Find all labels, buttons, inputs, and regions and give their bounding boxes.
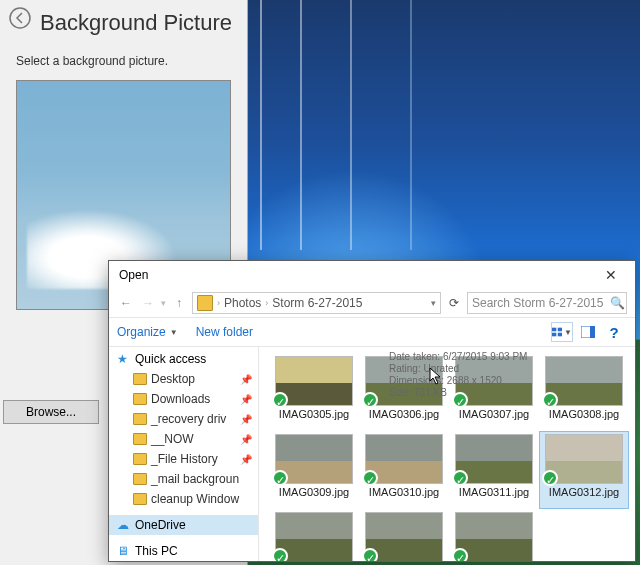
- tree-item[interactable]: _File History📌: [109, 449, 258, 469]
- nav-forward-icon: →: [139, 296, 157, 310]
- breadcrumb-seg[interactable]: Storm 6-27-2015: [272, 296, 362, 310]
- folder-icon: [133, 493, 147, 505]
- open-file-dialog: Open ✕ ← → ▾ ↑ › Photos › Storm 6-27-201…: [108, 260, 636, 562]
- panel-title: Background Picture: [0, 0, 247, 36]
- view-preview-pane-button[interactable]: [577, 322, 599, 342]
- sync-check-icon: ✓: [452, 548, 468, 561]
- dialog-title: Open: [119, 268, 589, 282]
- sync-check-icon: ✓: [362, 392, 378, 408]
- sync-check-icon: ✓: [272, 470, 288, 486]
- nav-up-icon[interactable]: ↑: [170, 296, 188, 310]
- tree-item[interactable]: Downloads📌: [109, 389, 258, 409]
- svg-point-0: [10, 8, 30, 28]
- file-name: IMAG0308.jpg: [549, 408, 619, 420]
- pin-icon: 📌: [240, 394, 252, 405]
- tree-item[interactable]: _mail backgroun: [109, 469, 258, 489]
- star-icon: ★: [117, 353, 131, 365]
- nav-history-dropdown-icon[interactable]: ▾: [161, 298, 166, 308]
- sync-check-icon: ✓: [272, 548, 288, 561]
- file-item[interactable]: ✓IMAG0312.jpg: [539, 431, 629, 509]
- file-item[interactable]: ✓IMAG0314.jpg: [359, 509, 449, 561]
- pc-icon: 🖥: [117, 545, 131, 557]
- breadcrumb-seg[interactable]: Photos: [224, 296, 261, 310]
- file-item[interactable]: ✓IMAG0308.jpg: [539, 353, 629, 431]
- tree-item[interactable]: __NOW📌: [109, 429, 258, 449]
- svg-rect-3: [552, 333, 556, 337]
- nav-back-icon[interactable]: ←: [117, 296, 135, 310]
- file-item[interactable]: ✓IMAG0313.jpg: [269, 509, 359, 561]
- nav-tree[interactable]: ★ Quick access Desktop📌Downloads📌_recove…: [109, 347, 259, 561]
- organize-menu[interactable]: Organize ▼: [117, 325, 178, 339]
- search-icon: 🔍: [610, 296, 622, 310]
- svg-rect-2: [558, 328, 562, 332]
- search-placeholder: Search Storm 6-27-2015: [472, 296, 603, 310]
- dialog-titlebar[interactable]: Open ✕: [109, 261, 635, 289]
- file-item[interactable]: ✓IMAG0305.jpg: [269, 353, 359, 431]
- address-bar[interactable]: › Photos › Storm 6-27-2015 ▾: [192, 292, 441, 314]
- file-list[interactable]: ✓IMAG0305.jpg✓IMAG0306.jpg✓IMAG0307.jpg✓…: [259, 347, 635, 561]
- close-icon[interactable]: ✕: [589, 262, 633, 288]
- chevron-right-icon[interactable]: ›: [215, 298, 222, 308]
- cloud-icon: ☁: [117, 519, 131, 531]
- search-input[interactable]: Search Storm 6-27-2015 🔍: [467, 292, 627, 314]
- folder-icon: [133, 393, 147, 405]
- file-name: IMAG0306.jpg: [369, 408, 439, 420]
- chevron-down-icon[interactable]: ▾: [431, 298, 436, 308]
- file-name: IMAG0307.jpg: [459, 408, 529, 420]
- pin-icon: 📌: [240, 454, 252, 465]
- dialog-nav-row: ← → ▾ ↑ › Photos › Storm 6-27-2015 ▾ ⟳ S…: [109, 289, 635, 317]
- folder-icon: [197, 295, 213, 311]
- back-arrow-icon[interactable]: [8, 6, 36, 34]
- folder-icon: [133, 453, 147, 465]
- sync-check-icon: ✓: [542, 392, 558, 408]
- svg-rect-6: [590, 326, 595, 338]
- sync-check-icon: ✓: [362, 548, 378, 561]
- file-name: IMAG0312.jpg: [549, 486, 619, 498]
- new-folder-button[interactable]: New folder: [196, 325, 253, 339]
- file-tooltip: Date taken: 6/27/2015 9:03 PM Rating: Un…: [389, 351, 527, 399]
- tree-item[interactable]: cleanup Window: [109, 489, 258, 509]
- file-name: IMAG0309.jpg: [279, 486, 349, 498]
- sync-check-icon: ✓: [452, 470, 468, 486]
- pin-icon: 📌: [240, 414, 252, 425]
- chevron-right-icon[interactable]: ›: [263, 298, 270, 308]
- folder-icon: [133, 373, 147, 385]
- tree-quick-access[interactable]: ★ Quick access: [109, 349, 258, 369]
- folder-icon: [133, 433, 147, 445]
- file-name: IMAG0310.jpg: [369, 486, 439, 498]
- file-name: IMAG0311.jpg: [459, 486, 529, 498]
- chevron-down-icon: ▼: [170, 328, 178, 337]
- folder-icon: [133, 473, 147, 485]
- file-item[interactable]: ✓IMAG0311.jpg: [449, 431, 539, 509]
- svg-rect-4: [558, 333, 562, 337]
- file-name: IMAG0305.jpg: [279, 408, 349, 420]
- tree-item[interactable]: Desktop📌: [109, 369, 258, 389]
- svg-rect-1: [552, 328, 556, 332]
- file-item[interactable]: ✓IMAG0309.jpg: [269, 431, 359, 509]
- dialog-toolbar: Organize ▼ New folder ▼ ?: [109, 317, 635, 347]
- panel-instruction: Select a background picture.: [0, 36, 247, 76]
- folder-icon: [133, 413, 147, 425]
- view-thumbnails-button[interactable]: ▼: [551, 322, 573, 342]
- refresh-icon[interactable]: ⟳: [445, 296, 463, 310]
- file-item[interactable]: ✓IMAG0315.jpg: [449, 509, 539, 561]
- tree-this-pc[interactable]: 🖥 This PC: [109, 541, 258, 561]
- browse-button[interactable]: Browse...: [3, 400, 99, 424]
- tree-item[interactable]: _recovery driv📌: [109, 409, 258, 429]
- sync-check-icon: ✓: [362, 470, 378, 486]
- help-icon[interactable]: ?: [603, 322, 625, 342]
- sync-check-icon: ✓: [542, 470, 558, 486]
- pin-icon: 📌: [240, 434, 252, 445]
- sync-check-icon: ✓: [272, 392, 288, 408]
- tree-onedrive[interactable]: ☁ OneDrive: [109, 515, 258, 535]
- file-item[interactable]: ✓IMAG0310.jpg: [359, 431, 449, 509]
- pin-icon: 📌: [240, 374, 252, 385]
